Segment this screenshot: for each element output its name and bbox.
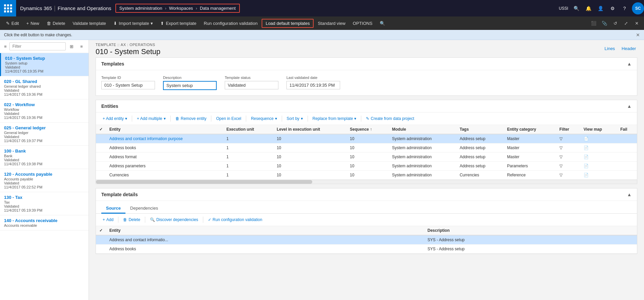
new-button[interactable]: + New (23, 19, 43, 27)
settings-contact-button[interactable]: 👤 (594, 2, 606, 14)
entity-filter-2[interactable]: ▽ (556, 153, 580, 162)
details-table-head: ✓ Entity Description (96, 226, 637, 235)
user-avatar[interactable]: SC (632, 2, 644, 14)
toolbar-search-button[interactable]: 🔍 (376, 19, 388, 27)
templates-section-header[interactable]: Templates ▲ (96, 58, 637, 70)
import-template-button[interactable]: ⬇ Import template ▾ (110, 19, 156, 27)
entity-view-map-0[interactable]: 📄 (580, 134, 617, 143)
tab-dependencies[interactable]: Dependencies (125, 204, 163, 214)
delete-button[interactable]: 🗑 Delete (43, 19, 69, 27)
entity-filter-3[interactable]: ▽ (556, 162, 580, 171)
lines-tab[interactable]: Lines (603, 45, 616, 52)
notifications-button[interactable]: 🔔 (582, 2, 594, 14)
entity-name-4: Currencies (106, 171, 223, 180)
entity-exec-unit-2: 1 (223, 153, 273, 162)
entity-check-4[interactable] (96, 171, 106, 180)
entity-tags-2: Address setup (456, 153, 503, 162)
sidebar-item-140[interactable]: 140 - Accounts receivable Accounts recei… (0, 215, 89, 230)
sidebar-sort-button[interactable]: ≡ (77, 42, 86, 51)
info-bar-close-button[interactable]: ✕ (636, 32, 640, 38)
replace-from-template-button[interactable]: Replace from template ▾ (310, 115, 359, 122)
load-default-templates-button[interactable]: Load default templates (262, 19, 314, 28)
office-icon-button[interactable]: ⬛ (589, 18, 598, 28)
refresh-button[interactable]: ↺ (610, 18, 620, 28)
entity-name-0[interactable]: Address and contact information purpose (106, 134, 223, 143)
details-delete-button[interactable]: 🗑 Delete (120, 216, 143, 223)
close-button[interactable]: ✕ (632, 18, 641, 28)
description-value[interactable]: System setup (163, 81, 217, 90)
remove-entity-icon: 🗑 (175, 116, 179, 121)
resequence-button[interactable]: Resequence ▾ (248, 115, 279, 122)
sidebar-item-100[interactable]: 100 - Bank Bank Validated 11/4/2017 05:1… (0, 146, 89, 169)
open-in-excel-button[interactable]: Open in Excel (213, 115, 244, 122)
header-tab[interactable]: Header (620, 45, 637, 52)
details-row-1[interactable]: Address books SYS - Address setup (96, 245, 637, 254)
entities-horizontal-scrollbar[interactable] (96, 180, 637, 184)
entity-row-1[interactable]: Address books 1 10 10 System administrat… (96, 143, 637, 153)
entity-check-1[interactable] (96, 143, 106, 153)
export-template-button[interactable]: ⬆ Export template (157, 19, 200, 27)
breadcrumb-item-3[interactable]: Data management (200, 6, 236, 11)
entity-fail-1 (617, 143, 637, 153)
entity-row-2[interactable]: Address format 1 10 10 System administra… (96, 153, 637, 162)
add-entity-button[interactable]: + Add entity ▾ (100, 115, 130, 122)
details-discover-deps-button[interactable]: 🔍 Discover dependencies (147, 216, 201, 223)
details-run-config-button[interactable]: ✓ Run configuration validation (205, 216, 265, 223)
entity-check-2[interactable] (96, 153, 106, 162)
breadcrumb-item-1[interactable]: System administration (119, 6, 162, 11)
template-details-section-header[interactable]: Template details ▲ (96, 188, 637, 201)
tab-source[interactable]: Source (101, 204, 125, 214)
entity-row-4[interactable]: Currencies 1 10 10 System administration… (96, 171, 637, 180)
entities-section-header[interactable]: Entities ▲ (96, 100, 637, 113)
details-check-0[interactable] (96, 235, 106, 245)
entity-view-map-2[interactable]: 📄 (580, 153, 617, 162)
gear-button[interactable]: ⚙ (606, 2, 619, 14)
exec-unit-col-header: Execution unit (223, 125, 273, 134)
entity-filter-1[interactable]: ▽ (556, 143, 580, 153)
sidebar-item-020[interactable]: 020 - GL Shared General ledger shared Va… (0, 76, 89, 99)
search-nav-button[interactable]: 🔍 (570, 2, 582, 14)
entity-view-map-4[interactable]: 📄 (580, 171, 617, 180)
sort-by-button[interactable]: Sort by ▾ (284, 115, 306, 122)
entity-view-map-1[interactable]: 📄 (580, 143, 617, 153)
details-sep-1 (118, 217, 118, 223)
breadcrumb-item-2[interactable]: Workspaces (169, 6, 193, 11)
details-add-button[interactable]: + Add (100, 216, 116, 223)
entity-row-0[interactable]: Address and contact information purpose … (96, 134, 637, 143)
module-name[interactable]: Finance and Operations (58, 5, 111, 11)
attachment-button[interactable]: 📎 (600, 18, 609, 28)
apps-grid-icon (4, 4, 12, 12)
options-button[interactable]: OPTIONS (350, 19, 376, 27)
apps-button[interactable] (0, 0, 16, 16)
sidebar-filter-input[interactable] (9, 42, 66, 50)
details-check-1[interactable] (96, 245, 106, 254)
sidebar-item-022[interactable]: 022 - Workflow Workflow Validated 11/4/2… (0, 99, 89, 123)
entity-row-3[interactable]: Address parameters 1 10 10 System admini… (96, 162, 637, 171)
sidebar-item-025[interactable]: 025 - General ledger General ledger Vali… (0, 123, 89, 146)
sidebar-item-120[interactable]: 120 - Accounts payable Accounts payable … (0, 169, 89, 192)
entity-check-0[interactable] (96, 134, 106, 143)
expand-button[interactable]: ⤢ (621, 18, 631, 28)
validate-template-button[interactable]: Validate template (69, 19, 110, 27)
create-from-data-project-button[interactable]: ✎ Create from data project (363, 115, 417, 122)
help-button[interactable]: ? (619, 2, 631, 14)
entities-table-body: Address and contact information purpose … (96, 134, 637, 180)
sidebar-hamburger-button[interactable]: ≡ (3, 42, 8, 51)
entity-col-header: Entity (106, 125, 223, 134)
dynamics-brand[interactable]: Dynamics 365 (20, 5, 52, 11)
entity-filter-0[interactable]: ▽ (556, 134, 580, 143)
standard-view-button[interactable]: Standard view (314, 19, 348, 27)
run-config-validation-button[interactable]: Run configuration validation (200, 19, 261, 27)
entity-view-map-3[interactable]: 📄 (580, 162, 617, 171)
details-row-0[interactable]: Address and contact informatio... SYS - … (96, 235, 637, 245)
entity-check-3[interactable] (96, 162, 106, 171)
sidebar-item-010[interactable]: 010 - System Setup System setup Validate… (0, 53, 89, 76)
sidebar-filter-icon-button[interactable]: ⊞ (67, 42, 76, 51)
brand-area: Dynamics 365 | Finance and Operations (16, 5, 115, 12)
template-id-label: Template ID (101, 76, 155, 80)
entity-filter-4[interactable]: ▽ (556, 171, 580, 180)
remove-entity-button[interactable]: 🗑 Remove entity (173, 115, 209, 122)
add-multiple-button[interactable]: + Add multiple ▾ (134, 115, 168, 122)
sidebar-item-130[interactable]: 130 - Tax Tax Validated 11/4/2017 05:19:… (0, 192, 89, 215)
edit-button[interactable]: ✎ Edit (3, 19, 22, 27)
